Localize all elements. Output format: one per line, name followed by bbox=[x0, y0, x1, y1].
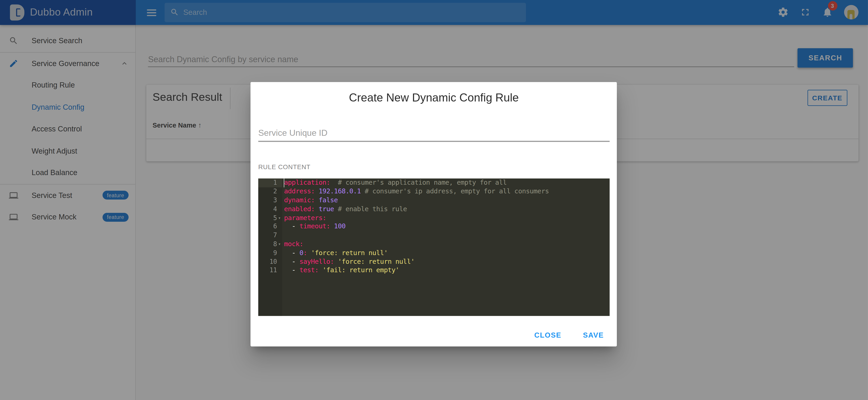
code-line: application: # consumer's application na… bbox=[284, 179, 610, 187]
dialog-actions: CLOSE SAVE bbox=[525, 325, 613, 345]
code-line: mock: bbox=[284, 240, 610, 249]
dialog-title: Create New Dynamic Config Rule bbox=[251, 82, 617, 104]
code-line: - test: 'fail: return empty' bbox=[284, 266, 610, 275]
service-unique-id-input[interactable]: Service Unique ID bbox=[258, 128, 328, 138]
code-line bbox=[284, 231, 610, 240]
code-line: - timeout: 100 bbox=[284, 223, 610, 231]
save-button[interactable]: SAVE bbox=[574, 325, 613, 345]
code-line: - sayHello: 'force: return null' bbox=[284, 257, 610, 266]
code-line: dynamic: false bbox=[284, 196, 610, 205]
editor-gutter: 12345▾678▾91011 bbox=[258, 179, 282, 316]
text-cursor bbox=[284, 179, 284, 187]
code-line: - 0: 'force: return null' bbox=[284, 249, 610, 257]
code-line: address: 192.168.0.1 # consumer's ip add… bbox=[284, 187, 610, 196]
close-button[interactable]: CLOSE bbox=[525, 325, 570, 345]
create-rule-dialog: Create New Dynamic Config Rule Service U… bbox=[251, 82, 617, 347]
rule-content-label: RULE CONTENT bbox=[258, 164, 311, 170]
code-line: parameters: bbox=[284, 214, 610, 222]
code-line: enabled: true # enable this rule bbox=[284, 205, 610, 214]
app-root: Dubbo Admin Search 3 bbox=[0, 0, 868, 400]
service-id-underline bbox=[258, 141, 610, 142]
editor-code: application: # consumer's application na… bbox=[282, 179, 610, 316]
rule-code-editor[interactable]: 12345▾678▾91011 application: # consumer'… bbox=[258, 179, 610, 316]
